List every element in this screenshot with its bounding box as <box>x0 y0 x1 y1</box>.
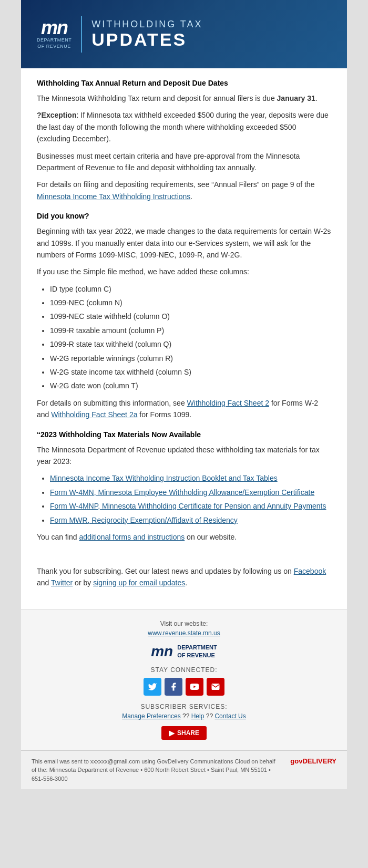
w4mnp-link[interactable]: Form W-4MNP, Minnesota Withholding Certi… <box>50 502 326 510</box>
section-annual-return: Withholding Tax Annual Return and Deposi… <box>37 79 331 202</box>
footer-mn-logo: mn DEPARTMENT OF REVENUE <box>151 643 217 660</box>
subscriber-services-label: SUBSCRIBER SERVICES: <box>37 703 331 710</box>
section2-list: ID type (column C) 1099-NEC (column N) 1… <box>50 283 331 392</box>
list-item: W-2G date won (column T) <box>50 380 331 391</box>
footer-mn-letters: mn <box>151 643 173 660</box>
facebook-social-icon[interactable] <box>165 678 182 696</box>
list-item: W-2G state income tax withheld (column S… <box>50 366 331 378</box>
stay-connected-label: STAY CONNECTED: <box>37 666 331 674</box>
mn-withholding-booklet-link[interactable]: Minnesota Income Tax Withholding Instruc… <box>50 474 278 482</box>
section1-para1: The Minnesota Withholding Tax return and… <box>37 92 331 104</box>
share-icon: ▶ <box>169 729 175 737</box>
bottom-bar: This email was sent to xxxxxx@gmail.com … <box>21 750 347 790</box>
fact-sheet-2a-link[interactable]: Withholding Fact Sheet 2a <box>51 410 137 419</box>
list-item: 1099-R state tax withheld (column Q) <box>50 338 331 350</box>
section1-para3: Businesses must meet certain criteria an… <box>37 150 331 174</box>
footer-website-link[interactable]: www.revenue.state.mn.us <box>148 629 220 637</box>
w4mn-link[interactable]: Form W-4MN, Minnesota Employee Withholdi… <box>50 488 314 497</box>
share-button-area: ▶ SHARE <box>37 726 331 740</box>
dept-text: DEPARTMENT OF REVENUE <box>37 37 71 49</box>
section2-para1: Beginning with tax year 2022, we made ch… <box>37 225 331 261</box>
mn-withholding-instructions-link[interactable]: Minnesota Income Tax Withholding Instruc… <box>37 192 190 201</box>
twitter-link[interactable]: Twitter <box>51 578 73 587</box>
twitter-social-icon[interactable] <box>144 678 161 696</box>
header-title-area: WITHHOLDING TAX UPDATES <box>91 19 202 50</box>
section2-para2: If you use the Simple file method, we ha… <box>37 266 331 277</box>
govdelivery-logo: govDELIVERY <box>290 757 336 765</box>
help-link[interactable]: Help <box>191 712 205 720</box>
footer-dept-text: DEPARTMENT OF REVENUE <box>177 644 217 659</box>
social-icons-row <box>37 678 331 696</box>
bottom-disclaimer: This email was sent to xxxxxx@gmail.com … <box>32 757 280 783</box>
fact-sheet-2-link[interactable]: Withholding Fact Sheet 2 <box>187 399 269 407</box>
footer-upper: Visit our website: www.revenue.state.mn.… <box>21 609 347 750</box>
footer-visit-label: Visit our website: <box>37 620 331 627</box>
list-item: 1099-R taxable amount (column P) <box>50 325 331 336</box>
list-item: Form MWR, Reciprocity Exemption/Affidavi… <box>50 514 331 526</box>
section3-para4: Thank you for subscribing. Get our lates… <box>37 565 331 589</box>
header-title: UPDATES <box>91 30 202 49</box>
section3-heading: “2023 Withholding Tax Materials Now Avai… <box>37 430 331 439</box>
main-content: Withholding Tax Annual Return and Deposi… <box>21 68 347 609</box>
list-item: Form W-4MN, Minnesota Employee Withholdi… <box>50 487 331 498</box>
list-item: 1099-NEC (column N) <box>50 297 331 308</box>
email-header: mn DEPARTMENT OF REVENUE WITHHOLDING TAX… <box>21 0 347 68</box>
section1-heading: Withholding Tax Annual Return and Deposi… <box>37 79 331 87</box>
section2-para3: For details on submitting this informati… <box>37 397 331 421</box>
header-divider <box>81 16 82 53</box>
list-item: W-2G reportable winnings (column R) <box>50 353 331 364</box>
additional-forms-link[interactable]: additional forms and instructions <box>79 533 185 541</box>
share-button[interactable]: ▶ SHARE <box>161 726 207 740</box>
contact-us-link[interactable]: Contact Us <box>214 712 246 720</box>
mwr-link[interactable]: Form MWR, Reciprocity Exemption/Affidavi… <box>50 516 238 524</box>
section2-heading: Did you know? <box>37 212 331 220</box>
section3-para1: The Minnesota Department of Revenue upda… <box>37 444 331 468</box>
page-wrapper: mn DEPARTMENT OF REVENUE WITHHOLDING TAX… <box>0 0 368 789</box>
section3-para2: You can find additional forms and instru… <box>37 531 331 543</box>
section3-list: Minnesota Income Tax Withholding Instruc… <box>50 472 331 526</box>
header-subtitle: WITHHOLDING TAX <box>91 19 202 30</box>
footer-logo-area: mn DEPARTMENT OF REVENUE <box>37 643 331 660</box>
section1-para2: ?Exception: If Minnesota tax withheld ex… <box>37 109 331 144</box>
manage-preferences-link[interactable]: Manage Preferences <box>122 712 180 720</box>
section-2023-materials: “2023 Withholding Tax Materials Now Avai… <box>37 430 331 589</box>
email-container: mn DEPARTMENT OF REVENUE WITHHOLDING TAX… <box>21 0 347 789</box>
facebook-link[interactable]: Facebook <box>294 567 326 575</box>
mn-letters: mn <box>41 18 67 37</box>
email-signup-link[interactable]: signing up for email updates <box>93 578 185 587</box>
subscriber-links-row: Manage Preferences ?? Help ?? Contact Us <box>37 712 331 720</box>
section1-para4: For details on filing and depositing req… <box>37 179 331 202</box>
logo-area: mn DEPARTMENT OF REVENUE WITHHOLDING TAX… <box>37 16 203 53</box>
youtube-social-icon[interactable] <box>186 678 203 696</box>
mn-logo: mn DEPARTMENT OF REVENUE <box>37 18 71 49</box>
list-item: Minnesota Income Tax Withholding Instruc… <box>50 472 331 484</box>
section-did-you-know: Did you know? Beginning with tax year 20… <box>37 212 331 420</box>
list-item: Form W-4MNP, Minnesota Withholding Certi… <box>50 500 331 512</box>
list-item: 1099-NEC state withheld (column O) <box>50 311 331 322</box>
section3-para3 <box>37 548 331 560</box>
list-item: ID type (column C) <box>50 283 331 295</box>
email-social-icon[interactable] <box>207 678 224 696</box>
